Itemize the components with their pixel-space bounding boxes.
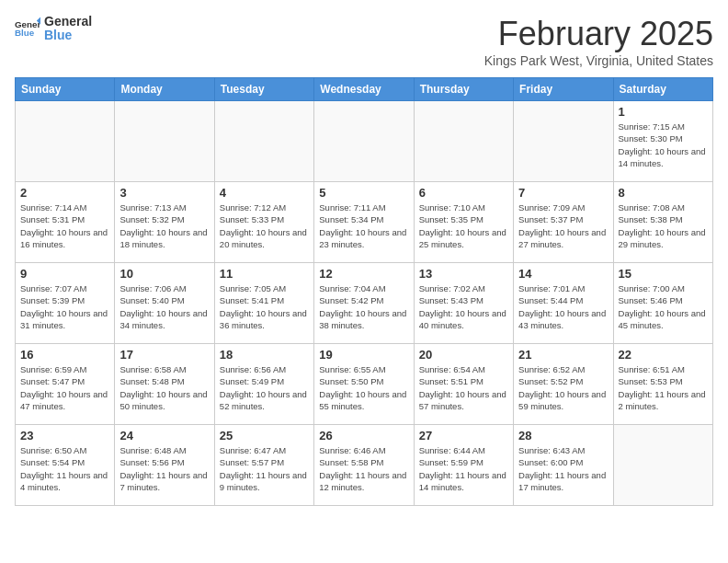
- day-number: 19: [319, 348, 408, 362]
- day-info: Sunrise: 6:48 AM Sunset: 5:56 PM Dayligh…: [119, 444, 209, 493]
- day-info: Sunrise: 6:56 AM Sunset: 5:49 PM Dayligh…: [220, 363, 309, 412]
- calendar-cell: 27Sunrise: 6:44 AM Sunset: 5:59 PM Dayli…: [414, 425, 513, 506]
- day-number: 10: [119, 267, 209, 281]
- weekday-header-sunday: Sunday: [16, 78, 115, 101]
- day-number: 6: [419, 186, 508, 200]
- calendar-cell: 16Sunrise: 6:59 AM Sunset: 5:47 PM Dayli…: [16, 344, 115, 425]
- calendar-cell: 1Sunrise: 7:15 AM Sunset: 5:30 PM Daylig…: [613, 101, 712, 182]
- day-number: 9: [20, 267, 109, 281]
- weekday-header-wednesday: Wednesday: [314, 78, 414, 101]
- calendar-cell: 22Sunrise: 6:51 AM Sunset: 5:53 PM Dayli…: [613, 344, 712, 425]
- logo-line1: General: [44, 15, 92, 29]
- calendar-cell: 28Sunrise: 6:43 AM Sunset: 6:00 PM Dayli…: [514, 425, 613, 506]
- calendar-cell: 8Sunrise: 7:08 AM Sunset: 5:38 PM Daylig…: [613, 182, 712, 263]
- calendar-cell: 6Sunrise: 7:10 AM Sunset: 5:35 PM Daylig…: [414, 182, 513, 263]
- page-header: General Blue General Blue February 2025 …: [15, 15, 713, 68]
- calendar-cell: 4Sunrise: 7:12 AM Sunset: 5:33 PM Daylig…: [214, 182, 313, 263]
- calendar-cell: 18Sunrise: 6:56 AM Sunset: 5:49 PM Dayli…: [214, 344, 313, 425]
- day-number: 18: [220, 348, 309, 362]
- calendar-week-0: 1Sunrise: 7:15 AM Sunset: 5:30 PM Daylig…: [16, 101, 713, 182]
- day-number: 8: [619, 186, 708, 200]
- day-number: 27: [419, 429, 508, 442]
- calendar-cell: 11Sunrise: 7:05 AM Sunset: 5:41 PM Dayli…: [214, 263, 313, 344]
- day-number: 1: [619, 105, 708, 119]
- day-info: Sunrise: 7:12 AM Sunset: 5:33 PM Dayligh…: [220, 201, 309, 250]
- day-number: 7: [518, 186, 608, 200]
- day-number: 25: [220, 429, 309, 442]
- day-info: Sunrise: 6:59 AM Sunset: 5:47 PM Dayligh…: [20, 363, 109, 412]
- day-info: Sunrise: 6:46 AM Sunset: 5:58 PM Dayligh…: [319, 444, 408, 493]
- day-info: Sunrise: 7:08 AM Sunset: 5:38 PM Dayligh…: [619, 201, 708, 250]
- day-number: 28: [518, 429, 608, 442]
- calendar-table: SundayMondayTuesdayWednesdayThursdayFrid…: [15, 77, 713, 506]
- day-number: 23: [20, 429, 109, 442]
- day-info: Sunrise: 6:54 AM Sunset: 5:51 PM Dayligh…: [419, 363, 508, 412]
- weekday-header-saturday: Saturday: [613, 78, 712, 101]
- calendar-header: SundayMondayTuesdayWednesdayThursdayFrid…: [16, 78, 713, 101]
- day-number: 17: [119, 348, 209, 362]
- calendar-cell: 17Sunrise: 6:58 AM Sunset: 5:48 PM Dayli…: [115, 344, 214, 425]
- calendar-cell: [514, 101, 613, 182]
- calendar-cell: [613, 425, 712, 506]
- calendar-cell: 7Sunrise: 7:09 AM Sunset: 5:37 PM Daylig…: [514, 182, 613, 263]
- day-number: 26: [319, 429, 408, 442]
- calendar-cell: 15Sunrise: 7:00 AM Sunset: 5:46 PM Dayli…: [613, 263, 712, 344]
- day-number: 15: [619, 267, 708, 281]
- calendar-cell: 3Sunrise: 7:13 AM Sunset: 5:32 PM Daylig…: [115, 182, 214, 263]
- weekday-header-monday: Monday: [115, 78, 214, 101]
- day-info: Sunrise: 7:00 AM Sunset: 5:46 PM Dayligh…: [619, 282, 708, 331]
- day-info: Sunrise: 6:52 AM Sunset: 5:52 PM Dayligh…: [518, 363, 608, 412]
- day-number: 22: [619, 348, 708, 362]
- calendar-cell: 19Sunrise: 6:55 AM Sunset: 5:50 PM Dayli…: [314, 344, 414, 425]
- day-info: Sunrise: 6:44 AM Sunset: 5:59 PM Dayligh…: [419, 444, 508, 493]
- day-number: 20: [419, 348, 508, 362]
- day-info: Sunrise: 7:14 AM Sunset: 5:31 PM Dayligh…: [20, 201, 109, 250]
- calendar-cell: 13Sunrise: 7:02 AM Sunset: 5:43 PM Dayli…: [414, 263, 513, 344]
- logo: General Blue General Blue: [15, 15, 92, 43]
- day-info: Sunrise: 6:43 AM Sunset: 6:00 PM Dayligh…: [518, 444, 608, 493]
- title-block: February 2025 Kings Park West, Virginia,…: [484, 15, 713, 68]
- calendar-cell: 12Sunrise: 7:04 AM Sunset: 5:42 PM Dayli…: [314, 263, 414, 344]
- location: Kings Park West, Virginia, United States: [484, 53, 713, 68]
- calendar-cell: 25Sunrise: 6:47 AM Sunset: 5:57 PM Dayli…: [214, 425, 313, 506]
- calendar-cell: 24Sunrise: 6:48 AM Sunset: 5:56 PM Dayli…: [115, 425, 214, 506]
- calendar-cell: [214, 101, 313, 182]
- day-number: 16: [20, 348, 109, 362]
- day-info: Sunrise: 7:04 AM Sunset: 5:42 PM Dayligh…: [319, 282, 408, 331]
- calendar-body: 1Sunrise: 7:15 AM Sunset: 5:30 PM Daylig…: [16, 101, 713, 506]
- calendar-cell: 23Sunrise: 6:50 AM Sunset: 5:54 PM Dayli…: [16, 425, 115, 506]
- day-info: Sunrise: 7:01 AM Sunset: 5:44 PM Dayligh…: [518, 282, 608, 331]
- day-info: Sunrise: 7:05 AM Sunset: 5:41 PM Dayligh…: [220, 282, 309, 331]
- weekday-header-friday: Friday: [514, 78, 613, 101]
- logo-line2: Blue: [44, 29, 92, 42]
- day-info: Sunrise: 6:50 AM Sunset: 5:54 PM Dayligh…: [20, 444, 109, 493]
- day-number: 11: [220, 267, 309, 281]
- day-info: Sunrise: 7:06 AM Sunset: 5:40 PM Dayligh…: [119, 282, 209, 331]
- day-number: 3: [119, 186, 209, 200]
- svg-text:Blue: Blue: [15, 29, 35, 39]
- weekday-header-tuesday: Tuesday: [214, 78, 313, 101]
- calendar-week-1: 2Sunrise: 7:14 AM Sunset: 5:31 PM Daylig…: [16, 182, 713, 263]
- calendar-cell: 21Sunrise: 6:52 AM Sunset: 5:52 PM Dayli…: [514, 344, 613, 425]
- day-info: Sunrise: 7:15 AM Sunset: 5:30 PM Dayligh…: [619, 121, 708, 169]
- weekday-header-thursday: Thursday: [414, 78, 513, 101]
- day-info: Sunrise: 7:07 AM Sunset: 5:39 PM Dayligh…: [20, 282, 109, 331]
- calendar-cell: 20Sunrise: 6:54 AM Sunset: 5:51 PM Dayli…: [414, 344, 513, 425]
- day-number: 14: [518, 267, 608, 281]
- calendar-cell: 5Sunrise: 7:11 AM Sunset: 5:34 PM Daylig…: [314, 182, 414, 263]
- calendar-week-2: 9Sunrise: 7:07 AM Sunset: 5:39 PM Daylig…: [16, 263, 713, 344]
- calendar-week-4: 23Sunrise: 6:50 AM Sunset: 5:54 PM Dayli…: [16, 425, 713, 506]
- day-info: Sunrise: 6:51 AM Sunset: 5:53 PM Dayligh…: [619, 363, 708, 412]
- calendar-cell: 10Sunrise: 7:06 AM Sunset: 5:40 PM Dayli…: [115, 263, 214, 344]
- calendar-cell: 14Sunrise: 7:01 AM Sunset: 5:44 PM Dayli…: [514, 263, 613, 344]
- day-info: Sunrise: 7:10 AM Sunset: 5:35 PM Dayligh…: [419, 201, 508, 250]
- calendar-cell: [115, 101, 214, 182]
- calendar-cell: 9Sunrise: 7:07 AM Sunset: 5:39 PM Daylig…: [16, 263, 115, 344]
- day-info: Sunrise: 6:47 AM Sunset: 5:57 PM Dayligh…: [220, 444, 309, 493]
- day-number: 5: [319, 186, 408, 200]
- day-info: Sunrise: 7:02 AM Sunset: 5:43 PM Dayligh…: [419, 282, 508, 331]
- day-number: 21: [518, 348, 608, 362]
- calendar-cell: 2Sunrise: 7:14 AM Sunset: 5:31 PM Daylig…: [16, 182, 115, 263]
- day-number: 2: [20, 186, 109, 200]
- day-info: Sunrise: 7:11 AM Sunset: 5:34 PM Dayligh…: [319, 201, 408, 250]
